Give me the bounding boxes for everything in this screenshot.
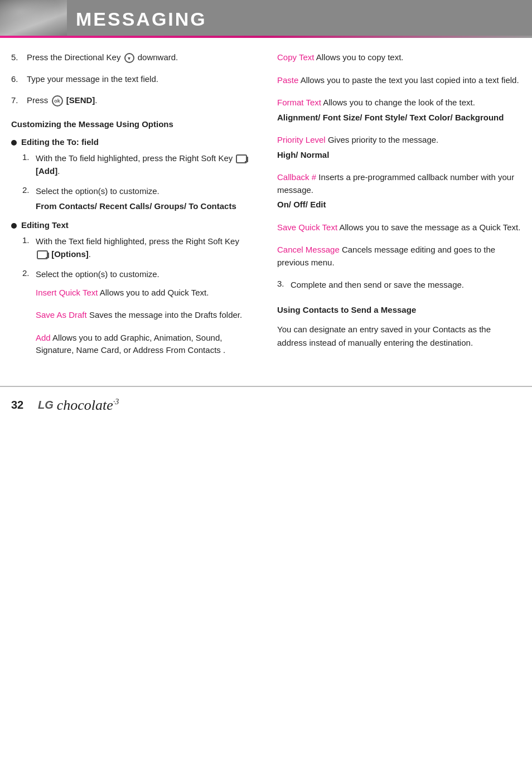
option-desc-add: Allows you to add Graphic, Animation, So… — [36, 333, 225, 355]
option-label-add: Add — [36, 333, 51, 342]
option-desc-format-text: Allows you to change the look of the tex… — [323, 98, 475, 107]
to-substep-2-content: Select the option(s) to customize. From … — [36, 185, 255, 212]
using-contacts-heading: Using Contacts to Send a Message — [277, 304, 521, 317]
option-save-as-draft: Save As Draft Saves the message into the… — [36, 309, 255, 322]
ok-key-icon: ok — [52, 95, 63, 106]
option-label-insert-quick-text: Insert Quick Text — [36, 288, 98, 297]
to-substep-2: 2. Select the option(s) to customize. Fr… — [11, 185, 255, 212]
callback-sub-heading: On/ Off/ Edit — [277, 198, 521, 211]
to-substep-1-content: With the To field highlighted, press the… — [36, 152, 255, 177]
priority-level-sub-heading: High/ Normal — [277, 149, 521, 162]
option-label-cancel-message: Cancel Message — [277, 245, 340, 254]
to-substep-1-num: 1. — [22, 152, 36, 162]
header-image — [0, 0, 67, 38]
option-desc-paste: Allows you to paste the text you last co… — [301, 75, 519, 85]
step-7-content: Press ok [SEND]. — [27, 94, 255, 107]
to-substep-1: 1. With the To field highlighted, press … — [11, 152, 255, 177]
footer-lg-text: LG — [38, 399, 54, 411]
right-step-3: 3. Complete and then send or save the me… — [277, 279, 521, 292]
option-label-callback: Callback # — [277, 172, 316, 182]
option-format-text: Format Text Allows you to change the loo… — [277, 96, 521, 124]
format-text-sub-heading: Alignment/ Font Size/ Font Style/ Text C… — [277, 112, 521, 124]
using-contacts-body: You can designate an entry saved in your… — [277, 323, 521, 350]
option-copy-text: Copy Text Allows you to copy text. — [277, 51, 521, 64]
soft-key-icon-2 — [37, 250, 48, 259]
option-cancel-message: Cancel Message Cancels message editing a… — [277, 244, 521, 269]
step-6: 6. Type your message in the text field. — [11, 73, 255, 86]
option-label-paste: Paste — [277, 75, 298, 85]
from-contacts-heading: From Contacts/ Recent Calls/ Groups/ To … — [36, 200, 255, 213]
option-callback: Callback # Inserts a pre-programmed call… — [277, 171, 521, 211]
right-step-3-content: Complete and then send or save the messa… — [291, 279, 521, 292]
option-desc-copy-text: Allows you to copy text. — [316, 52, 404, 62]
option-insert-quick-text: Insert Quick Text Allows you to add Quic… — [36, 287, 255, 299]
text-substep-2-content: Select the option(s) to customize. Inser… — [36, 268, 255, 367]
right-column: Copy Text Allows you to copy text. Paste… — [272, 51, 521, 375]
header-accent-bar — [0, 36, 532, 38]
option-label-priority-level: Priority Level — [277, 135, 326, 144]
step-7: 7. Press ok [SEND]. — [11, 94, 255, 107]
customizing-heading: Customizing the Message Using Options — [11, 118, 255, 131]
footer-brand-text: chocolate·3 — [57, 397, 119, 414]
soft-key-icon-1 — [236, 154, 247, 163]
option-label-format-text: Format Text — [277, 98, 321, 107]
bullet-editing-to: Editing the To: field — [11, 137, 255, 147]
page-header: MESSAGING — [0, 0, 532, 38]
option-desc-priority-level: Gives priority to the message. — [328, 135, 438, 144]
page-number: 32 — [11, 399, 31, 411]
option-label-copy-text: Copy Text — [277, 52, 314, 62]
right-step-3-num: 3. — [277, 279, 291, 288]
text-substep-2-num: 2. — [22, 268, 36, 278]
page-title: MESSAGING — [67, 8, 207, 30]
bullet-label-1: Editing the To: field — [21, 137, 99, 147]
step-5-content: Press the Directional Key downward. — [27, 51, 255, 64]
step-7-num: 7. — [11, 94, 27, 107]
step-6-num: 6. — [11, 73, 27, 86]
left-column: 5. Press the Directional Key downward. 6… — [11, 51, 272, 375]
option-priority-level: Priority Level Gives priority to the mes… — [277, 134, 521, 161]
step-5-num: 5. — [11, 51, 27, 64]
option-desc-save-as-draft: Saves the message into the Drafts folder… — [89, 310, 242, 319]
text-substep-2: 2. Select the option(s) to customize. In… — [11, 268, 255, 367]
option-add: Add Allows you to add Graphic, Animation… — [36, 332, 255, 357]
step-6-content: Type your message in the text field. — [27, 73, 255, 86]
page-footer: 32 LG chocolate·3 — [0, 386, 532, 424]
directional-key-icon — [124, 53, 134, 63]
bullet-dot-1 — [11, 140, 17, 146]
main-content: 5. Press the Directional Key downward. 6… — [0, 38, 532, 386]
step-5: 5. Press the Directional Key downward. — [11, 51, 255, 64]
option-paste: Paste Allows you to paste the text you l… — [277, 74, 521, 87]
to-substep-2-num: 2. — [22, 185, 36, 195]
option-label-save-quick-text: Save Quick Text — [277, 222, 337, 232]
bullet-dot-2 — [11, 223, 17, 229]
footer-logo: LG chocolate·3 — [38, 397, 119, 414]
option-desc-insert-quick-text: Allows you to add Quick Text. — [100, 288, 209, 297]
option-save-quick-text: Save Quick Text Allows you to save the m… — [277, 221, 521, 234]
option-desc-save-quick-text: Allows you to save the message as a Quic… — [339, 222, 520, 232]
option-label-save-as-draft: Save As Draft — [36, 310, 87, 319]
text-substep-1-num: 1. — [22, 235, 36, 245]
bullet-editing-text: Editing Text — [11, 220, 255, 230]
bullet-label-2: Editing Text — [21, 220, 69, 230]
text-substep-1: 1. With the Text field highlighted, pres… — [11, 235, 255, 260]
text-substep-1-content: With the Text field highlighted, press t… — [36, 235, 255, 260]
